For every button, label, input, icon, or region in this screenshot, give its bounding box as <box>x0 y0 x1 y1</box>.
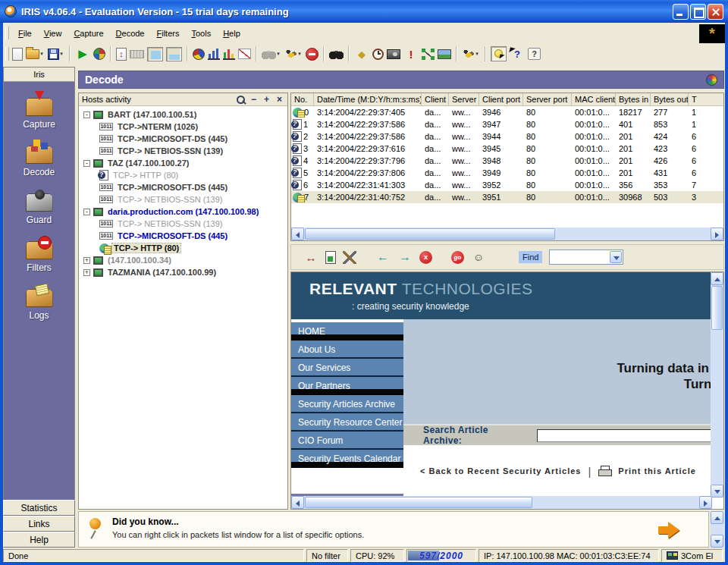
next-tip-arrow-icon[interactable] <box>658 522 681 538</box>
tree-expander-icon[interactable]: - <box>83 209 90 215</box>
packets-column-header[interactable]: Client port <box>479 93 523 105</box>
start-capture-icon[interactable]: ▶ <box>75 46 90 61</box>
tree-item[interactable]: TCP->NTERM (1026) <box>79 121 287 133</box>
webpage-nav-item[interactable]: Security Resource Center <box>291 413 403 432</box>
menu-tools[interactable]: Tools <box>185 27 217 40</box>
scroll-left-arrow-icon[interactable] <box>291 496 304 509</box>
sidebar-item-logs[interactable]: Logs <box>4 282 74 321</box>
scroll-down-arrow-icon[interactable] <box>711 485 723 498</box>
menu-capture[interactable]: Capture <box>67 27 109 40</box>
webpage-nav-item[interactable]: HOME <box>291 322 403 341</box>
open-capture-icon[interactable] <box>26 49 39 59</box>
packets-column-header[interactable]: MAC client <box>572 93 616 105</box>
tip-of-day-icon[interactable] <box>491 46 507 61</box>
scrollbar-thumb[interactable] <box>305 228 555 240</box>
save-capture-icon[interactable] <box>48 49 59 60</box>
packet-row[interactable]: 3 3:14:2004/22:29:37:616 da... ww... 394… <box>291 143 723 155</box>
open-dropdown-icon[interactable]: ▾ <box>39 46 45 61</box>
stop-capture-icon[interactable] <box>306 48 318 61</box>
menu-help[interactable]: Help <box>217 27 246 40</box>
tree-item[interactable]: TCP->MICROSOFT-DS (445) <box>79 181 287 193</box>
tree-item[interactable]: TCP-> HTTP (80) <box>79 242 287 254</box>
export-document-icon[interactable] <box>325 251 336 264</box>
tree-item[interactable]: TCP-> NETBIOS-SSN (139) <box>79 218 287 230</box>
webpage-nav-item[interactable]: Our Partners <box>291 377 403 395</box>
packet-row[interactable]: 7 3:14:2004/22:31:40:752 da... ww... 395… <box>291 191 723 203</box>
menu-file[interactable]: File <box>12 27 38 40</box>
packets-column-header[interactable]: Server <box>449 93 479 105</box>
tree-item[interactable]: TCP->MICROSOFT-DS (445) <box>79 230 287 242</box>
scroll-right-arrow-icon[interactable] <box>699 496 712 509</box>
close-button[interactable] <box>708 4 723 20</box>
tree-item[interactable]: TCP-> HTTP (80) <box>79 169 287 181</box>
webpage-nav-item[interactable]: Our Services <box>291 359 403 377</box>
packets-column-header[interactable]: Bytes in <box>616 93 651 105</box>
chevron-down-icon[interactable] <box>610 251 622 263</box>
snapshot-icon[interactable] <box>387 49 400 59</box>
packets-column-header[interactable]: Bytes out <box>651 93 689 105</box>
resync-icon[interactable]: ↔ <box>303 250 318 265</box>
sidebar-tab-iris[interactable]: Iris <box>4 67 74 82</box>
new-document-icon[interactable] <box>12 48 23 61</box>
previous-packet-icon[interactable]: ← <box>375 250 391 265</box>
scroll-down-arrow-icon[interactable] <box>711 535 723 548</box>
menu-decode[interactable]: Decode <box>110 27 151 40</box>
packet-row[interactable]: 0 3:14:2004/22:29:37:405 da... ww... 394… <box>291 106 723 118</box>
scroll-up-arrow-icon[interactable] <box>711 272 723 285</box>
packets-column-header[interactable]: Date/Time (M:D:Y/h:m:s:ms) <box>314 93 422 105</box>
tree-expander-icon[interactable]: + <box>83 257 90 264</box>
topology-icon[interactable] <box>422 49 435 60</box>
packet-row[interactable]: 6 3:14:2004/22:31:41:303 da... ww... 395… <box>291 179 723 191</box>
packet-row[interactable]: 2 3:14:2004/22:29:37:586 da... ww... 394… <box>291 130 723 143</box>
packets-horizontal-scrollbar[interactable] <box>291 228 723 240</box>
sidebar-item-help[interactable]: Help <box>3 532 75 548</box>
stats-chart-icon[interactable] <box>223 49 235 60</box>
sidebar-item-filters[interactable]: Filters <box>4 234 74 273</box>
tree-expander-icon[interactable]: + <box>83 269 90 276</box>
article-search-input[interactable] <box>537 429 712 442</box>
image-viewer-icon[interactable] <box>438 49 451 59</box>
tree-item[interactable]: - daria.production.com (147.100.100.98) <box>79 206 287 218</box>
hornet-dropdown-icon[interactable]: ▾ <box>474 46 480 61</box>
minimize-button[interactable] <box>673 4 689 20</box>
line-chart-icon[interactable] <box>238 49 251 59</box>
decode-packets-icon[interactable]: ↕ <box>116 48 127 61</box>
hornet-dropdown-icon[interactable]: ▾ <box>297 46 303 61</box>
alert-icon[interactable]: ! <box>403 46 419 61</box>
find-packets-icon[interactable] <box>329 49 344 59</box>
scheduler-icon[interactable] <box>372 49 384 60</box>
expand-icon[interactable]: + <box>262 95 271 105</box>
close-icon[interactable]: × <box>275 95 284 105</box>
scrollbar-thumb[interactable] <box>711 286 723 330</box>
print-link[interactable]: Print this Article <box>618 466 696 476</box>
next-packet-icon[interactable]: → <box>397 250 413 265</box>
collapse-icon[interactable]: − <box>249 95 259 105</box>
save-dropdown-icon[interactable]: ▾ <box>58 46 64 61</box>
scroll-left-arrow-icon[interactable] <box>291 228 304 240</box>
webpage-nav-item[interactable]: Security Events Calendar <box>291 450 403 468</box>
pie-chart-icon[interactable] <box>193 49 205 60</box>
webpage-nav-item[interactable]: CIO Forum <box>291 432 403 450</box>
hornet-icon[interactable] <box>462 49 475 60</box>
webpage-nav-item[interactable]: Security Articles Archive <box>291 395 403 413</box>
help-icon[interactable]: ? <box>528 48 541 60</box>
tree-item[interactable]: TCP-> NETBIOS-SSN (139) <box>79 145 287 157</box>
maximize-button[interactable] <box>690 4 706 20</box>
menu-view[interactable]: View <box>38 27 68 40</box>
keyboard-filter-icon[interactable] <box>130 50 144 58</box>
tag-icon[interactable]: ◆ <box>354 46 369 61</box>
menu-filters[interactable]: Filters <box>151 27 186 40</box>
packet-row[interactable]: 5 3:14:2004/22:29:37:806 da... ww... 394… <box>291 167 723 179</box>
go-icon[interactable]: go <box>451 251 464 264</box>
capture-wheel-icon[interactable] <box>93 48 105 60</box>
hornet-icon[interactable] <box>284 49 297 60</box>
cancel-icon[interactable]: x <box>419 251 432 264</box>
tree-item[interactable]: - BART (147.100.100.51) <box>79 108 287 121</box>
scroll-up-arrow-icon[interactable] <box>711 511 723 524</box>
packet-row[interactable]: 4 3:14:2004/22:29:37:796 da... ww... 394… <box>291 155 723 167</box>
tree-item[interactable]: + TAZMANIA (147.100.100.99) <box>79 266 287 278</box>
tip-vertical-scrollbar[interactable] <box>711 511 724 548</box>
layout-bottom-panel-icon[interactable] <box>166 47 182 61</box>
sidebar-item-guard[interactable]: Guard <box>4 187 74 225</box>
repair-tools-icon[interactable] <box>343 251 356 264</box>
